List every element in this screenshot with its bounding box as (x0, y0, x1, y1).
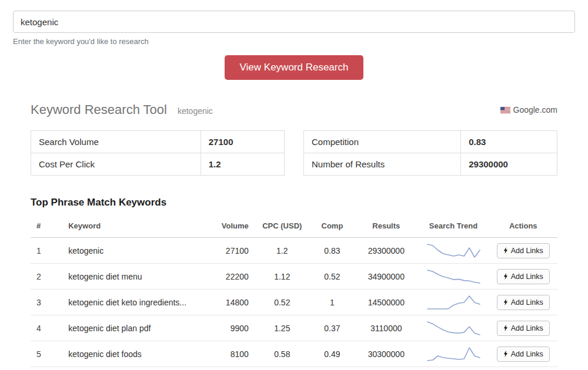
column-header-rank: # (31, 214, 65, 238)
search-trend-sparkline (426, 243, 482, 259)
results-cell: 29300000 (355, 238, 418, 264)
add-links-label: Add Links (511, 247, 543, 255)
lightning-bolt-icon (503, 298, 508, 306)
add-links-label: Add Links (511, 273, 543, 281)
stat-label: Competition (304, 131, 461, 153)
stat-value: 1.2 (201, 153, 284, 176)
rank-cell: 2 (31, 264, 65, 290)
results-title: Keyword Research Tool (31, 102, 167, 117)
results-keyword: ketogenic (178, 106, 213, 116)
column-header-volume: Volume (207, 214, 255, 238)
cpc-cell: 0.58 (255, 341, 310, 367)
stat-value: 0.83 (461, 131, 557, 153)
rank-cell: 5 (31, 341, 65, 367)
source-label: Google.com (513, 105, 557, 115)
trend-cell (418, 264, 489, 290)
column-header-cpc: CPC (USD) (255, 214, 310, 238)
actions-cell: Add Links (489, 238, 557, 264)
search-helper-text: Enter the keyword you'd like to research (13, 37, 575, 46)
volume-cell: 9900 (207, 315, 255, 341)
rank-cell: 4 (31, 315, 65, 341)
keyword-cell: ketogenic diet foods (65, 341, 207, 367)
column-header-results: Results (355, 214, 418, 238)
results-header: Keyword Research Tool ketogenic Google. (31, 102, 557, 117)
search-trend-sparkline (426, 268, 482, 285)
volume-cell: 22200 (207, 264, 255, 290)
keywords-table-title: Top Phrase Match Keywords (31, 197, 557, 208)
stats-table-left: Search Volume 27100 Cost Per Click 1.2 (31, 130, 285, 176)
cpc-cell: 1.12 (255, 264, 310, 290)
page-container: Enter the keyword you'd like to research… (0, 0, 588, 367)
column-header-trend: Search Trend (418, 214, 489, 238)
actions-cell: Add Links (489, 264, 557, 290)
keywords-table: # Keyword Volume CPC (USD) Comp Results … (31, 214, 557, 367)
trend-cell (418, 315, 489, 341)
stats-row: Search Volume 27100 Cost Per Click 1.2 C… (31, 130, 557, 176)
column-header-keyword: Keyword (65, 214, 207, 238)
add-links-label: Add Links (511, 298, 543, 307)
results-cell: 3110000 (355, 315, 418, 341)
stat-row: Cost Per Click 1.2 (31, 153, 285, 176)
add-links-label: Add Links (511, 350, 543, 358)
comp-cell: 0.52 (310, 264, 355, 290)
stat-label: Number of Results (304, 153, 461, 176)
lightning-bolt-icon (503, 247, 508, 254)
stat-label: Search Volume (31, 131, 201, 153)
comp-cell: 0.49 (310, 341, 355, 367)
add-links-button[interactable]: Add Links (497, 243, 550, 258)
column-header-actions: Actions (489, 214, 557, 238)
lightning-bolt-icon (503, 350, 508, 358)
keyword-cell: ketogenic diet plan pdf (65, 315, 207, 341)
actions-cell: Add Links (489, 290, 557, 315)
cpc-cell: 1.2 (255, 238, 310, 264)
view-keyword-research-button[interactable]: View Keyword Research (225, 55, 364, 80)
stat-value: 27100 (201, 131, 284, 153)
search-trend-sparkline (426, 294, 482, 311)
volume-cell: 14800 (207, 290, 255, 315)
volume-cell: 8100 (207, 341, 255, 367)
search-trend-sparkline (426, 346, 482, 362)
column-header-comp: Comp (310, 214, 355, 238)
results-cell: 30300000 (355, 341, 418, 367)
trend-cell (418, 290, 489, 315)
results-section: Keyword Research Tool ketogenic Google. (13, 102, 575, 367)
stat-row: Competition 0.83 (304, 131, 557, 153)
comp-cell: 1 (310, 290, 355, 315)
stat-row: Number of Results 29300000 (304, 153, 557, 176)
rank-cell: 3 (31, 290, 65, 315)
trend-cell (418, 341, 489, 367)
keyword-cell: ketogenic diet keto ingredients... (65, 290, 207, 315)
volume-cell: 27100 (207, 238, 255, 264)
stat-value: 29300000 (461, 153, 557, 176)
lightning-bolt-icon (503, 273, 508, 280)
us-flag-icon (500, 107, 510, 113)
results-cell: 34900000 (355, 264, 418, 290)
add-links-button[interactable]: Add Links (497, 347, 550, 362)
keyword-cell: ketogenic diet menu (65, 264, 207, 290)
cpc-cell: 0.52 (255, 290, 310, 315)
stat-label: Cost Per Click (31, 153, 201, 176)
actions-cell: Add Links (489, 341, 557, 367)
lightning-bolt-icon (503, 324, 508, 332)
button-row: View Keyword Research (13, 55, 575, 80)
keyword-table-row: 4 ketogenic diet plan pdf 9900 1.25 0.37… (31, 315, 557, 341)
keywords-table-header-row: # Keyword Volume CPC (USD) Comp Results … (31, 214, 557, 238)
rank-cell: 1 (31, 238, 65, 264)
add-links-button[interactable]: Add Links (497, 295, 550, 310)
keyword-table-row: 5 ketogenic diet foods 8100 0.58 0.49 30… (31, 341, 557, 367)
comp-cell: 0.83 (310, 238, 355, 264)
comp-cell: 0.37 (310, 315, 355, 341)
keyword-search-input[interactable] (13, 11, 575, 33)
keyword-cell: ketogenic (65, 238, 207, 264)
add-links-label: Add Links (511, 324, 543, 332)
keyword-table-row: 1 ketogenic 27100 1.2 0.83 29300000 Add … (31, 238, 557, 264)
stats-table-right: Competition 0.83 Number of Results 29300… (303, 130, 557, 176)
cpc-cell: 1.25 (255, 315, 310, 341)
search-trend-sparkline (426, 320, 482, 337)
trend-cell (418, 238, 489, 264)
stat-row: Search Volume 27100 (31, 131, 285, 153)
results-cell: 14500000 (355, 290, 418, 315)
add-links-button[interactable]: Add Links (497, 321, 550, 336)
search-engine-source: Google.com (500, 105, 557, 115)
add-links-button[interactable]: Add Links (497, 269, 550, 284)
